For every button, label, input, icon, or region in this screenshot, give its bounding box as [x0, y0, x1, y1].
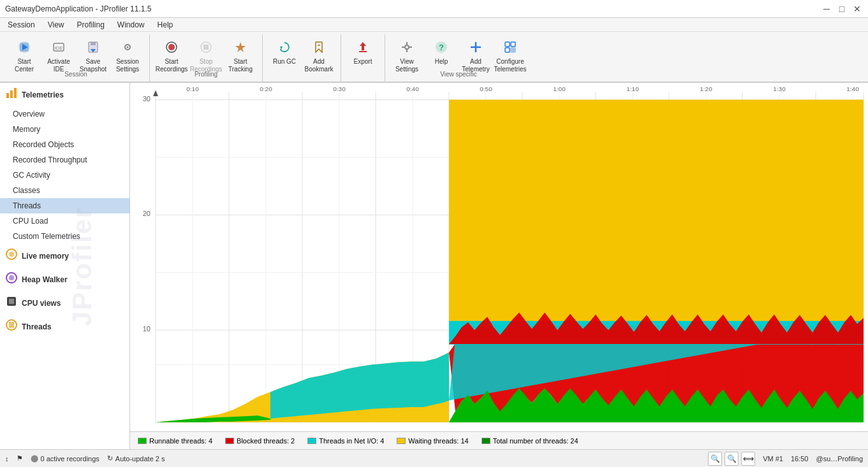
sidebar-item-custom-telemetries[interactable]: Custom Telemetries — [0, 229, 129, 244]
svg-marker-18 — [360, 42, 366, 50]
sidebar-item-gc-activity[interactable]: GC Activity — [0, 168, 129, 183]
export-button[interactable]: Export — [346, 34, 379, 78]
close-button[interactable]: ✕ — [851, 3, 863, 15]
svg-rect-35 — [14, 88, 17, 98]
live-memory-icon — [5, 248, 18, 264]
view-settings-button[interactable]: ViewSettings — [390, 34, 423, 85]
vm-label: VM #1 — [763, 455, 783, 463]
sidebar: TelemetriesOverviewMemoryRecorded Object… — [0, 83, 130, 449]
autoupdate-status: ↻ Auto-update 2 s — [107, 454, 165, 463]
sidebar-item-classes[interactable]: Classes — [0, 183, 129, 198]
sidebar-section-live-memory[interactable]: Live memory — [0, 244, 129, 268]
svg-text:1:00: 1:00 — [553, 86, 566, 93]
menu-item-session[interactable]: Session — [3, 19, 40, 31]
svg-rect-32 — [511, 48, 515, 52]
run-gc-icon — [277, 38, 291, 57]
svg-text:0:10: 0:10 — [186, 86, 199, 93]
sidebar-item-recorded-objects[interactable]: Recorded Objects — [0, 137, 129, 152]
recordings-dot: ⬤ — [31, 454, 38, 463]
svg-rect-31 — [505, 48, 510, 52]
svg-text:1:10: 1:10 — [626, 86, 639, 93]
svg-text:IDE: IDE — [54, 45, 63, 51]
toolbar-group-label-4: View specific — [385, 71, 532, 78]
sidebar-section-telemetries[interactable]: Telemetries — [0, 83, 129, 106]
minimize-button[interactable]: ─ — [821, 3, 832, 15]
svg-rect-29 — [505, 42, 510, 47]
chart-legend: Runnable threads: 4Blocked threads: 2Thr… — [130, 431, 868, 449]
toolbar-group-View specific: ViewSettings?HelpAddTelemetryConfigureTe… — [385, 34, 532, 82]
start-recordings-button[interactable]: StartRecordings — [155, 34, 188, 85]
status-left: ↕ ⚑ ⬤ 0 active recordings ↻ Auto-update … — [5, 454, 165, 463]
stop-recordings-icon — [199, 38, 213, 57]
menu-item-view[interactable]: View — [43, 19, 70, 31]
status-flag[interactable]: ⚑ — [17, 454, 23, 463]
add-bookmark-button[interactable]: AddBookmark — [302, 34, 335, 85]
sidebar-section-cpu-views[interactable]: CPU views — [0, 291, 129, 315]
svg-rect-33 — [6, 93, 9, 98]
svg-rect-13 — [203, 45, 209, 50]
svg-marker-14 — [235, 42, 246, 52]
status-arrows[interactable]: ↕ — [5, 455, 9, 463]
sidebar-item-cpu-load[interactable]: CPU Load — [0, 213, 129, 229]
save-snapshot-icon — [86, 38, 100, 57]
titlebar: GatewayDemoApplication - JProfiler 11.1.… — [0, 0, 868, 18]
export-label: Export — [354, 58, 372, 66]
expand-button[interactable]: ⟺ — [741, 452, 755, 466]
svg-rect-97 — [449, 100, 864, 321]
sidebar-item-overview[interactable]: Overview — [0, 106, 129, 122]
activate-ide-button[interactable]: IDEActivateIDE — [42, 34, 75, 85]
legend-label-total: Total number of threads: 24 — [493, 437, 578, 445]
main-layout: TelemetriesOverviewMemoryRecorded Object… — [0, 83, 868, 449]
svg-marker-16 — [316, 42, 322, 52]
legend-blocked: Blocked threads: 2 — [225, 437, 295, 445]
svg-text:1:40: 1:40 — [846, 86, 859, 93]
legend-label-blocked: Blocked threads: 2 — [237, 437, 295, 445]
autoupdate-icon: ↻ — [107, 454, 113, 463]
start-center-button[interactable]: StartCenter — [8, 34, 41, 85]
search-next-button[interactable]: 🔍 — [725, 452, 739, 466]
legend-color-blocked — [225, 438, 234, 444]
svg-text:1:30: 1:30 — [773, 86, 786, 93]
run-gc-label: Run GC — [273, 58, 296, 66]
toolbar-group-label-0: Session — [3, 71, 149, 78]
toolbar-group-Session: StartCenterIDEActivateIDESaveSnapshotSes… — [3, 34, 150, 82]
svg-text:0:20: 0:20 — [260, 86, 272, 93]
sidebar-section-heap-walker[interactable]: Heap Walker — [0, 268, 129, 291]
telemetries-label: Telemetries — [22, 90, 64, 99]
svg-rect-19 — [359, 51, 367, 52]
sidebar-item-memory[interactable]: Memory — [0, 122, 129, 137]
svg-text:30: 30 — [143, 95, 151, 103]
svg-rect-30 — [511, 42, 515, 47]
add-telemetry-icon — [469, 38, 483, 57]
sidebar-item-threads[interactable]: Threads — [0, 198, 129, 213]
configure-telemetries-button[interactable]: ConfigureTelemetries — [494, 34, 527, 85]
svg-text:20: 20 — [143, 210, 151, 218]
run-gc-button[interactable]: Run GC — [268, 34, 301, 78]
statusbar: ↕ ⚑ ⬤ 0 active recordings ↻ Auto-update … — [0, 449, 868, 467]
sidebar-section-threads-section[interactable]: Threads — [0, 315, 129, 338]
legend-waiting: Waiting threads: 14 — [397, 437, 468, 445]
session-settings-button[interactable]: SessionSettings — [111, 34, 144, 85]
svg-rect-6 — [91, 42, 96, 45]
export-icon — [356, 38, 370, 57]
sidebar-item-recorded-throughput[interactable]: Recorded Throughput — [0, 152, 129, 168]
menu-item-window[interactable]: Window — [112, 19, 150, 31]
recordings-label: 0 active recordings — [41, 455, 99, 463]
legend-runnable: Runnable threads: 4 — [138, 437, 212, 445]
view-settings-icon — [400, 38, 414, 57]
save-snapshot-button[interactable]: SaveSnapshot — [77, 34, 110, 85]
add-telemetry-button[interactable]: AddTelemetry — [459, 34, 492, 85]
svg-point-20 — [405, 45, 409, 49]
telemetries-icon — [5, 87, 18, 103]
maximize-button[interactable]: □ — [836, 3, 848, 15]
session-settings-icon — [121, 38, 135, 57]
legend-net-io: Threads in Net I/O: 4 — [307, 437, 384, 445]
cpu-views-icon — [5, 295, 18, 311]
menu-item-profiling[interactable]: Profiling — [72, 19, 110, 31]
search-prev-button[interactable]: 🔍 — [708, 452, 722, 466]
threads-chart: 30 20 10 — [130, 83, 868, 431]
arrows-icon: ↕ — [5, 455, 9, 463]
start-tracking-button[interactable]: StartTracking — [224, 34, 257, 85]
menu-item-help[interactable]: Help — [152, 19, 179, 31]
profiling-label: @su…Profiling — [816, 455, 863, 463]
